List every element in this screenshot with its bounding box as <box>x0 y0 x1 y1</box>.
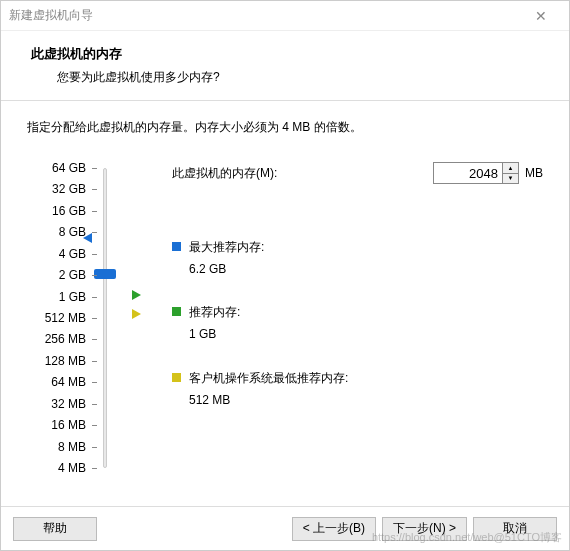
memory-label: 此虚拟机的内存(M): <box>172 165 433 182</box>
max-recommend: 最大推荐内存: 6.2 GB <box>172 239 264 276</box>
tick-label: 2 GB <box>59 268 86 282</box>
titlebar: 新建虚拟机向导 ✕ <box>1 1 569 31</box>
tick-mark <box>92 168 97 169</box>
blue-square-icon <box>172 242 181 251</box>
min-recommend-value: 512 MB <box>189 393 348 407</box>
tick-label: 16 GB <box>52 204 86 218</box>
tick-mark <box>92 297 97 298</box>
recommend: 推荐内存: 1 GB <box>172 304 240 341</box>
spin-up-icon[interactable]: ▲ <box>503 163 518 174</box>
min-marker-icon <box>132 309 141 319</box>
memory-spinner[interactable]: ▲ ▼ <box>433 162 519 184</box>
help-button[interactable]: 帮助 <box>13 517 97 541</box>
green-square-icon <box>172 307 181 316</box>
tick-label: 32 GB <box>52 182 86 196</box>
memory-input[interactable] <box>434 163 502 183</box>
content-area: 指定分配给此虚拟机的内存量。内存大小必须为 4 MB 的倍数。 64 GB32 … <box>1 101 569 506</box>
page-subtitle: 您要为此虚拟机使用多少内存? <box>31 69 539 86</box>
tick-label: 64 GB <box>52 161 86 175</box>
close-icon[interactable]: ✕ <box>521 8 561 24</box>
tick-mark <box>92 211 97 212</box>
recommend-value: 1 GB <box>189 327 240 341</box>
footer: 帮助 < 上一步(B) 下一步(N) > 取消 <box>1 506 569 550</box>
next-button[interactable]: 下一步(N) > <box>382 517 467 541</box>
info-area: 此虚拟机的内存(M): ▲ ▼ MB 最大推荐内存: 6.2 GB <box>132 162 543 206</box>
back-button[interactable]: < 上一步(B) <box>292 517 376 541</box>
tick-mark <box>92 447 97 448</box>
tick-label: 4 MB <box>58 461 86 475</box>
window-title: 新建虚拟机向导 <box>9 7 521 24</box>
tick-label: 128 MB <box>45 354 86 368</box>
yellow-square-icon <box>172 373 181 382</box>
tick-label: 32 MB <box>51 397 86 411</box>
page-title: 此虚拟机的内存 <box>31 45 539 63</box>
instruction-text: 指定分配给此虚拟机的内存量。内存大小必须为 4 MB 的倍数。 <box>27 119 543 136</box>
memory-slider[interactable]: 64 GB32 GB16 GB8 GB4 GB2 GB1 GB512 MB256… <box>27 162 132 482</box>
tick-mark <box>92 254 97 255</box>
tick-mark <box>92 361 97 362</box>
tick-mark <box>92 382 97 383</box>
rec-marker-icon <box>132 290 141 300</box>
tick-label: 1 GB <box>59 290 86 304</box>
tick-label: 64 MB <box>51 375 86 389</box>
tick-mark <box>92 232 97 233</box>
max-recommend-value: 6.2 GB <box>189 262 264 276</box>
wizard-window: 新建虚拟机向导 ✕ 此虚拟机的内存 您要为此虚拟机使用多少内存? 指定分配给此虚… <box>0 0 570 551</box>
tick-label: 16 MB <box>51 418 86 432</box>
tick-label: 512 MB <box>45 311 86 325</box>
tick-mark <box>92 468 97 469</box>
slider-thumb[interactable] <box>94 269 116 279</box>
tick-label: 8 MB <box>58 440 86 454</box>
tick-mark <box>92 404 97 405</box>
tick-mark <box>92 275 97 276</box>
tick-label: 256 MB <box>45 332 86 346</box>
spin-down-icon[interactable]: ▼ <box>503 174 518 184</box>
cancel-button[interactable]: 取消 <box>473 517 557 541</box>
memory-unit: MB <box>525 166 543 180</box>
tick-mark <box>92 189 97 190</box>
min-recommend: 客户机操作系统最低推荐内存: 512 MB <box>172 370 348 407</box>
tick-mark <box>92 339 97 340</box>
tick-mark <box>92 425 97 426</box>
wizard-header: 此虚拟机的内存 您要为此虚拟机使用多少内存? <box>1 31 569 101</box>
slider-track <box>103 168 107 468</box>
tick-label: 8 GB <box>59 225 86 239</box>
tick-mark <box>92 318 97 319</box>
tick-label: 4 GB <box>59 247 86 261</box>
